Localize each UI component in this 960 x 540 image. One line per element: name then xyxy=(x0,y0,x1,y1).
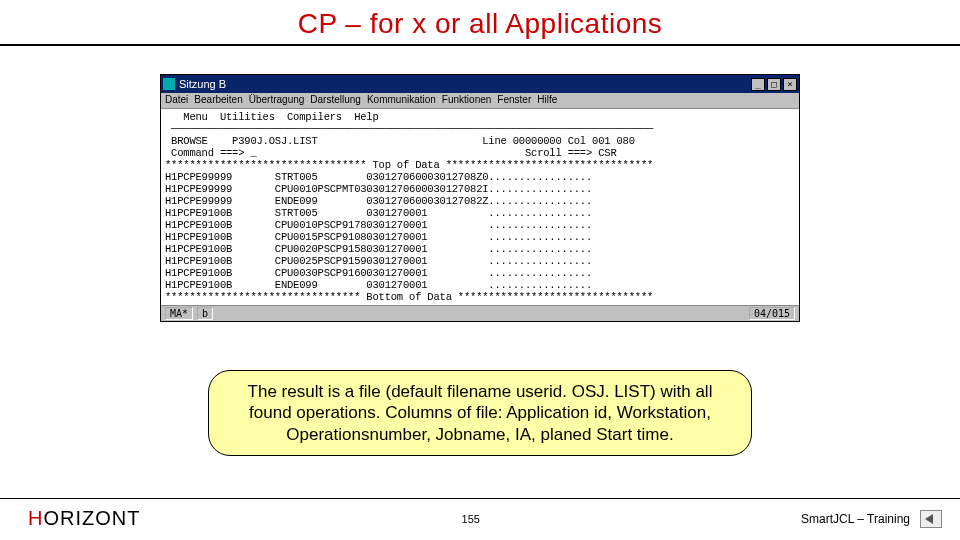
app-icon xyxy=(163,78,175,90)
terminal-line: ********************************* Top of… xyxy=(165,159,795,171)
terminal-line: BROWSE P390J.OSJ.LIST Line 00000000 Col … xyxy=(165,135,795,147)
menu-item[interactable]: Funktionen xyxy=(442,94,491,107)
menu-item[interactable]: Datei xyxy=(165,94,188,107)
svg-marker-0 xyxy=(925,514,933,524)
menu-item[interactable]: Hilfe xyxy=(537,94,557,107)
brand-logo: HORIZONT xyxy=(28,507,140,530)
menu-item[interactable]: Fenster xyxy=(497,94,531,107)
window-statusbar: MA* b 04/015 xyxy=(161,305,799,321)
close-button[interactable]: × xyxy=(783,78,797,91)
terminal-line: ******************************** Bottom … xyxy=(165,291,795,303)
terminal-line: ────────────────────────────────────────… xyxy=(165,123,795,135)
terminal-line: H1PCPE9100B CPU0030PSCP91600301270001 ..… xyxy=(165,267,795,279)
terminal-window: Sitzung B _ □ × Datei Bearbeiten Übertra… xyxy=(160,74,800,322)
minimize-button[interactable]: _ xyxy=(751,78,765,91)
terminal-line: H1PCPE9100B ENDE099 0301270001 .........… xyxy=(165,279,795,291)
menu-item[interactable]: Kommunikation xyxy=(367,94,436,107)
status-right: 04/015 xyxy=(749,307,795,320)
window-title: Sitzung B xyxy=(179,78,751,90)
footer-right-text: SmartJCL – Training xyxy=(801,512,910,526)
menu-item[interactable]: Übertragung xyxy=(249,94,305,107)
title-underline xyxy=(0,44,960,46)
footer: HORIZONT 155 SmartJCL – Training xyxy=(0,498,960,540)
page-title: CP – for x or all Applications xyxy=(0,0,960,44)
terminal-line: Command ===> _ Scroll ===> CSR xyxy=(165,147,795,159)
terminal-line: H1PCPE9100B CPU0025PSCP91590301270001 ..… xyxy=(165,255,795,267)
callout-box: The result is a file (default filename u… xyxy=(208,370,752,456)
terminal-body: Menu Utilities Compilers Help ──────────… xyxy=(161,109,799,305)
status-left2: b xyxy=(197,307,213,320)
terminal-line: H1PCPE9100B CPU0020PSCP91580301270001 ..… xyxy=(165,243,795,255)
terminal-line: H1PCPE9100B CPU0010PSCP91780301270001 ..… xyxy=(165,219,795,231)
page-number: 155 xyxy=(140,513,801,525)
terminal-line: H1PCPE9100B STRT005 0301270001 .........… xyxy=(165,207,795,219)
terminal-line: H1PCPE99999 CPU0010PSCPMT030301270600030… xyxy=(165,183,795,195)
terminal-line: H1PCPE99999 STRT005 030127060003012708Z0… xyxy=(165,171,795,183)
window-titlebar: Sitzung B _ □ × xyxy=(161,75,799,93)
prev-slide-icon[interactable] xyxy=(920,510,942,528)
maximize-button[interactable]: □ xyxy=(767,78,781,91)
terminal-line: H1PCPE99999 ENDE099 0301270600030127082Z… xyxy=(165,195,795,207)
menu-item[interactable]: Darstellung xyxy=(310,94,361,107)
terminal-line: H1PCPE9100B CPU0015PSCP91080301270001 ..… xyxy=(165,231,795,243)
terminal-line: Menu Utilities Compilers Help xyxy=(165,111,795,123)
menu-item[interactable]: Bearbeiten xyxy=(194,94,242,107)
status-left1: MA* xyxy=(165,307,193,320)
window-menubar: Datei Bearbeiten Übertragung Darstellung… xyxy=(161,93,799,109)
